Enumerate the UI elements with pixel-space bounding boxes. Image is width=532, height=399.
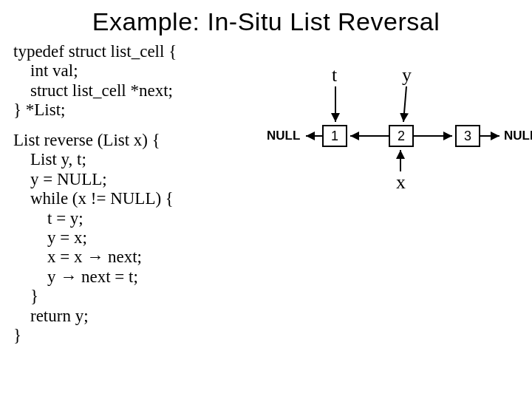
null-left-label: NULL (267, 129, 300, 143)
svg-line-1 (403, 86, 406, 122)
content-columns: typedef struct list_cell { int val; stru… (0, 42, 532, 352)
code-column: typedef struct list_cell { int val; stru… (0, 42, 276, 346)
reverse-code: List reverse (List x) { List y, t; y = N… (13, 131, 272, 346)
slide-title: Example: In-Situ List Reversal (0, 0, 532, 42)
null-right-label: NULL (504, 129, 532, 143)
pointer-label-t: t (332, 64, 337, 86)
list-node-2: 2 (389, 125, 414, 147)
typedef-code: typedef struct list_cell { int val; stru… (13, 42, 272, 120)
pointer-label-y: y (402, 64, 412, 86)
list-node-1: 1 (322, 125, 347, 147)
list-node-3: 3 (455, 125, 480, 147)
diagram-area: t y NULL 1 2 3 NULL x (276, 42, 532, 352)
pointer-label-x: x (396, 171, 406, 194)
diagram-arrows (276, 42, 532, 352)
